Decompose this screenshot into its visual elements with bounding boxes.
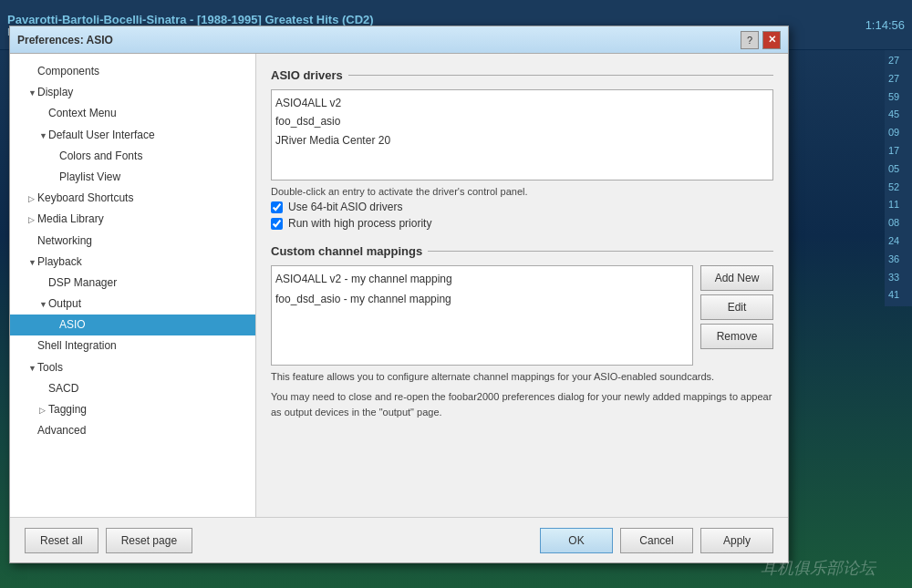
sidebar-item-components[interactable]: Components — [10, 61, 255, 82]
sidebar-item-sacd[interactable]: SACD — [10, 378, 255, 399]
preferences-dialog: Preferences: ASIO ? ✕ Components ▼ Displ… — [9, 26, 789, 563]
sidebar-item-default-ui[interactable]: ▼ Default User Interface — [10, 125, 255, 146]
arrow-output: ▼ — [39, 298, 48, 311]
sidebar-item-output[interactable]: ▼ Output — [10, 294, 255, 315]
checkbox-priority[interactable] — [271, 218, 283, 230]
arrow-tagging: ▷ — [39, 404, 48, 417]
asio-drivers-section: ASIO drivers ASIO4ALL v2 foo_dsd_asio JR… — [271, 68, 773, 233]
sidebar-item-networking[interactable]: Networking — [10, 231, 255, 252]
checkbox-priority-label: Run with high process priority — [288, 217, 431, 230]
sidebar-item-display[interactable]: ▼ Display — [10, 82, 255, 103]
checkbox-priority-row: Run with high process priority — [271, 217, 773, 230]
edit-button[interactable]: Edit — [700, 294, 773, 320]
mappings-section-header: Custom channel mappings — [271, 244, 773, 258]
asio-section-header: ASIO drivers — [271, 68, 773, 82]
mappings-info-1: This feature allows you to configure alt… — [271, 369, 773, 386]
mapping-item-asio4all[interactable]: ASIO4ALL v2 - my channel mapping — [275, 270, 689, 290]
sidebar-item-advanced[interactable]: Advanced — [10, 420, 255, 441]
apply-button[interactable]: Apply — [700, 528, 773, 553]
add-new-button[interactable]: Add New — [700, 265, 773, 291]
sidebar-item-dsp-manager[interactable]: DSP Manager — [10, 273, 255, 294]
arrow-display: ▼ — [28, 87, 37, 99]
drivers-hint: Double-click an entry to activate the dr… — [271, 186, 773, 197]
sidebar-item-playback[interactable]: ▼ Playback — [10, 252, 255, 273]
custom-mappings-section: Custom channel mappings ASIO4ALL v2 - my… — [271, 244, 773, 425]
sidebar-item-asio[interactable]: ASIO — [10, 315, 255, 335]
bottom-left: Reset all Reset page — [25, 528, 533, 553]
ok-button[interactable]: OK — [540, 528, 613, 553]
reset-all-button[interactable]: Reset all — [25, 528, 98, 553]
sidebar-item-tagging[interactable]: ▷ Tagging — [10, 399, 255, 420]
driver-item-foo-dsd[interactable]: foo_dsd_asio — [275, 112, 769, 130]
sidebar-tree: Components ▼ Display Context Menu ▼ Defa… — [10, 54, 256, 517]
dialog-body: Components ▼ Display Context Menu ▼ Defa… — [10, 54, 788, 517]
sidebar-item-colors-fonts[interactable]: Colors and Fonts — [10, 146, 255, 167]
player-title-main: Pavarotti-Bartoli-Bocelli-Sinatra - [198… — [7, 13, 865, 26]
arrow-tools: ▼ — [28, 362, 37, 375]
checkbox-64bit-label: Use 64-bit ASIO drivers — [288, 201, 402, 213]
checkbox-64bit-row: Use 64-bit ASIO drivers — [271, 201, 773, 213]
sidebar-item-tools[interactable]: ▼ Tools — [10, 357, 255, 378]
arrow-keyboard-shortcuts: ▷ — [28, 192, 37, 205]
sidebar-item-keyboard-shortcuts[interactable]: ▷ Keyboard Shortcuts — [10, 188, 255, 209]
driver-item-asio4all[interactable]: ASIO4ALL v2 — [275, 94, 769, 112]
bottom-right: OK Cancel Apply — [540, 528, 773, 553]
dialog-titlebar: Preferences: ASIO ? ✕ — [10, 26, 788, 54]
close-button[interactable]: ✕ — [762, 31, 781, 49]
remove-button[interactable]: Remove — [700, 324, 773, 349]
driver-item-jriver[interactable]: JRiver Media Center 20 — [275, 131, 769, 150]
sidebar-item-media-library[interactable]: ▷ Media Library — [10, 209, 255, 230]
cancel-button[interactable]: Cancel — [620, 528, 693, 553]
sidebar-item-playlist-view[interactable]: Playlist View — [10, 167, 255, 188]
asio-drivers-list[interactable]: ASIO4ALL v2 foo_dsd_asio JRiver Media Ce… — [271, 89, 773, 181]
checkbox-64bit[interactable] — [271, 201, 283, 213]
asio-section-rule — [348, 75, 773, 76]
mappings-section-rule — [428, 251, 773, 252]
dialog-bottom: Reset all Reset page OK Cancel Apply — [10, 517, 788, 562]
side-numbers: 27275945 09170552 11082436 3341 — [885, 50, 912, 306]
arrow-default-ui: ▼ — [39, 129, 48, 142]
help-button[interactable]: ? — [741, 31, 759, 49]
mappings-info-2: You may need to close and re-open the fo… — [271, 389, 773, 421]
player-time: 1:14:56 — [865, 18, 905, 32]
mappings-buttons: Add New Edit Remove — [700, 265, 773, 366]
arrow-playback: ▼ — [28, 256, 37, 269]
main-content: ASIO drivers ASIO4ALL v2 foo_dsd_asio JR… — [256, 54, 788, 517]
mappings-area: ASIO4ALL v2 - my channel mapping foo_dsd… — [271, 265, 773, 366]
titlebar-buttons: ? ✕ — [741, 31, 781, 49]
mapping-item-foo-dsd[interactable]: foo_dsd_asio - my channel mapping — [275, 290, 689, 310]
mappings-list[interactable]: ASIO4ALL v2 - my channel mapping foo_dsd… — [271, 265, 693, 366]
reset-page-button[interactable]: Reset page — [106, 528, 192, 553]
sidebar-item-shell-integration[interactable]: Shell Integration — [10, 335, 255, 356]
watermark: 耳机俱乐部论坛 — [761, 557, 876, 579]
mappings-section-title: Custom channel mappings — [271, 244, 428, 258]
asio-section-title: ASIO drivers — [271, 68, 348, 82]
dialog-title: Preferences: ASIO — [17, 34, 741, 46]
arrow-media-library: ▷ — [28, 213, 37, 226]
sidebar-item-context-menu[interactable]: Context Menu — [10, 103, 255, 124]
